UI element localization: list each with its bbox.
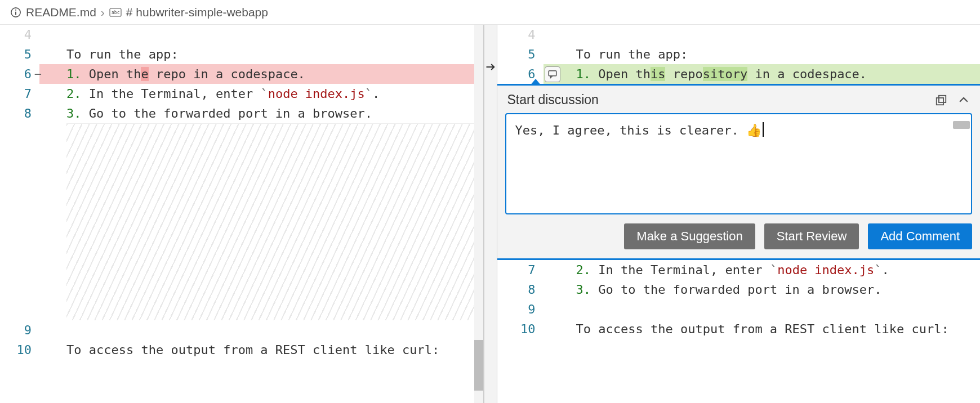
svg-text:abc: abc — [112, 10, 120, 15]
expand-all-icon[interactable] — [935, 94, 947, 106]
code-line[interactable]: To access the output from a REST client … — [544, 319, 981, 339]
info-icon — [10, 7, 21, 18]
add-comment-button[interactable]: Add Comment — [868, 223, 972, 249]
line-number: 6− — [0, 64, 39, 84]
code-line[interactable]: To access the output from a REST client … — [39, 340, 483, 360]
line-number: 8 — [497, 280, 544, 299]
make-suggestion-button[interactable]: Make a Suggestion — [624, 223, 755, 249]
line-number: 9 — [497, 299, 544, 319]
svg-rect-6 — [549, 71, 556, 76]
breadcrumb-file[interactable]: README.md — [26, 6, 96, 19]
chevron-up-icon[interactable] — [957, 94, 970, 106]
code-line[interactable]: To run the app: — [544, 44, 981, 64]
scrollbar-thumb[interactable] — [474, 340, 483, 391]
svg-rect-8 — [939, 95, 946, 102]
line-number: 7 — [497, 260, 544, 280]
comment-text: Yes, I agree, this is clearer. 👍 — [515, 123, 762, 137]
code-line[interactable]: 3. Go to the forwarded port in a browser… — [39, 104, 483, 123]
comment-input[interactable]: Yes, I agree, this is clearer. 👍 — [505, 113, 973, 214]
diff-sash[interactable] — [484, 25, 497, 403]
arrow-right-icon — [485, 61, 496, 73]
line-number: 7 — [0, 84, 39, 104]
scrollbar-vertical[interactable] — [474, 25, 483, 403]
line-number: 8 — [0, 104, 39, 123]
code-line[interactable]: 2. In the Terminal, enter `node index.js… — [544, 260, 981, 280]
text-cursor — [763, 122, 764, 137]
breadcrumb-sep: › — [101, 6, 105, 19]
removed-marker-icon: − — [34, 64, 42, 84]
line-number: 10 — [497, 319, 544, 339]
line-number: 4 — [0, 25, 39, 44]
breadcrumb: README.md › abc # hubwriter-simple-webap… — [0, 0, 980, 25]
line-number: 5 — [497, 44, 544, 64]
diff-placeholder-region — [66, 123, 483, 320]
svg-point-2 — [15, 9, 16, 10]
code-line[interactable]: 2. In the Terminal, enter `node index.js… — [39, 84, 483, 104]
svg-rect-7 — [937, 97, 943, 104]
start-review-button[interactable]: Start Review — [764, 223, 859, 249]
code-line[interactable]: To run the app: — [39, 44, 483, 64]
textarea-scroll-thumb[interactable] — [953, 121, 970, 129]
discussion-buttons: Make a Suggestion Start Review Add Comme… — [505, 223, 973, 249]
line-number: 4 — [497, 25, 544, 44]
code-line-removed[interactable]: 1. Open the repo in a codespace. — [39, 64, 483, 84]
line-number: 9 — [0, 320, 39, 340]
diff-modified-pane[interactable]: 45To run the app:61. Open this repositor… — [497, 25, 981, 403]
discussion-title: Start discussion — [507, 92, 599, 108]
discussion-panel: Start discussion Yes, I agree, this is c… — [497, 84, 981, 260]
code-line-added[interactable]: 1. Open this repository in a codespace. — [544, 64, 981, 84]
breadcrumb-section[interactable]: # hubwriter-simple-webapp — [126, 6, 268, 19]
symbol-string-icon: abc — [109, 8, 122, 17]
comment-icon[interactable] — [545, 66, 560, 82]
line-number: 10 — [0, 340, 39, 360]
line-number: 5 — [0, 44, 39, 64]
diff-original-pane[interactable]: 45To run the app:6−1. Open the repo in a… — [0, 25, 484, 403]
code-line[interactable]: 3. Go to the forwarded port in a browser… — [544, 280, 981, 299]
